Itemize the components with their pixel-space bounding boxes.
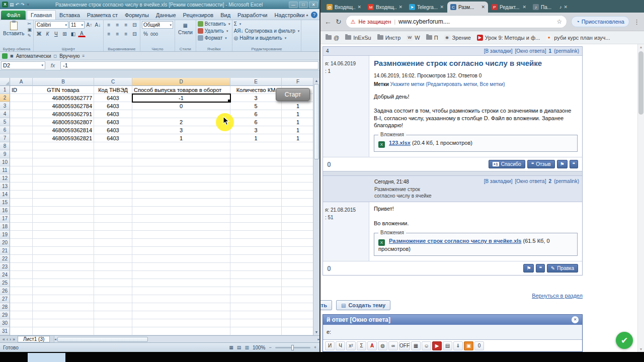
cell-F31[interactable] (282, 327, 314, 335)
cell-E19[interactable] (230, 231, 282, 239)
cell-A15[interactable] (10, 199, 33, 207)
auto-checkbox-icon[interactable]: ◼ (10, 54, 14, 58)
cell-A21[interactable] (10, 247, 33, 255)
scroll-right-icon[interactable]: ▸ (317, 337, 319, 341)
cell-B19[interactable] (33, 231, 94, 239)
cell-E20[interactable] (230, 239, 282, 247)
cell-C29[interactable] (94, 311, 132, 319)
page-scrollbar[interactable]: ▲ ▼ (637, 44, 644, 352)
cell-A26[interactable] (10, 287, 33, 295)
cell-D8[interactable] (132, 142, 230, 150)
column-header-B[interactable]: B (33, 78, 94, 86)
cell-C10[interactable] (94, 158, 132, 166)
image-icon[interactable]: ▤ (443, 341, 452, 350)
cell-E22[interactable] (230, 255, 282, 263)
cell-B11[interactable] (33, 166, 94, 174)
cell-C6[interactable]: 6403 (94, 126, 132, 134)
reply-window-link[interactable]: [Окно ответа] (515, 178, 546, 184)
feedback-button[interactable]: ❝Отзыв (527, 160, 555, 168)
cell-B1[interactable]: GTIN товара (33, 86, 94, 94)
row-header-23[interactable]: 23 (0, 263, 10, 271)
table-icon[interactable]: ▦ (411, 341, 421, 350)
row-header-22[interactable]: 22 (0, 255, 10, 263)
bold-button[interactable]: Ж (35, 30, 43, 38)
font-name-select[interactable]: Calibri▾ (35, 21, 68, 29)
cell-A5[interactable] (10, 118, 33, 126)
row-header-2[interactable]: 2 (0, 94, 10, 102)
cell-C1[interactable]: Код ТНВЭД (94, 86, 132, 94)
cell-B29[interactable] (33, 311, 94, 319)
cell-D20[interactable] (132, 239, 230, 247)
thanks-button[interactable]: +1Спасибо (489, 160, 525, 168)
paste-button[interactable]: Вставить (2, 21, 26, 37)
browser-tab-2[interactable]: MВходящ...✕ (365, 2, 406, 13)
scrollbar-thumb[interactable] (314, 84, 319, 159)
zero-menu-icon[interactable]: 0 (474, 341, 484, 350)
ribbon-tab-Данные[interactable]: Данные (152, 11, 180, 20)
row-header-10[interactable]: 10 (0, 158, 10, 166)
cell-B27[interactable] (33, 295, 94, 303)
ribbon-tab-Надстройки[interactable]: Надстройки (271, 11, 304, 20)
youtube-icon[interactable]: ▶ (432, 341, 442, 350)
row-header-12[interactable]: 12 (0, 174, 10, 183)
column-header-E[interactable]: E (230, 78, 282, 86)
media-icon[interactable]: ▣ (464, 341, 473, 350)
browser-tab-3[interactable]: ➤Telegra...✕ (406, 2, 447, 13)
ribbon-tab-Формулы[interactable]: Формулы (121, 11, 152, 20)
cell-B25[interactable] (33, 279, 94, 287)
cell-D3[interactable]: 0 (132, 102, 230, 110)
multiquote-button[interactable]: ❝ (570, 160, 578, 168)
cell-E14[interactable] (230, 191, 282, 199)
cell-F18[interactable] (282, 223, 314, 231)
cell-A14[interactable] (10, 191, 33, 199)
cell-B31[interactable] (33, 327, 94, 335)
tab-close-icon[interactable]: ✕ (440, 5, 444, 10)
cell-C23[interactable] (94, 263, 132, 271)
ribbon-tab-Вставка[interactable]: Вставка (56, 11, 84, 20)
row-header-3[interactable]: 3 (0, 102, 10, 110)
paused-chip[interactable]: ◔ Приостановлена (571, 16, 629, 27)
row-header-4[interactable]: 4 (0, 110, 10, 118)
zoom-knob[interactable] (291, 345, 294, 350)
cell-B7[interactable]: 4680059362821 (33, 134, 94, 142)
cell-E25[interactable] (230, 279, 282, 287)
align-top-icon[interactable]: ≡ (105, 21, 113, 29)
cell-C4[interactable]: 6403 (94, 110, 132, 118)
cell-D18[interactable] (132, 223, 230, 231)
cell-C8[interactable] (94, 142, 132, 150)
cell-C3[interactable]: 6403 (94, 102, 132, 110)
cell-F26[interactable] (282, 287, 314, 295)
cell-A2[interactable] (10, 94, 33, 102)
cell-F13[interactable] (282, 183, 314, 191)
ribbon-tab-Рецензиров[interactable]: Рецензиров (180, 11, 217, 20)
cell-C31[interactable] (94, 327, 132, 335)
auto-calc-label[interactable]: Автоматически (16, 53, 51, 59)
vertical-scrollbar[interactable]: ▲ ▼ (313, 78, 319, 335)
cell-F14[interactable] (282, 191, 314, 199)
cell-C15[interactable] (94, 199, 132, 207)
smiley-icon[interactable]: ☺ (422, 341, 431, 350)
cell-B23[interactable] (33, 263, 94, 271)
row-header-20[interactable]: 20 (0, 239, 10, 247)
bookmark-6[interactable]: ◉Зрение (444, 35, 471, 41)
cell-D23[interactable] (132, 263, 230, 271)
permalink-link[interactable]: (permalink) (554, 178, 579, 184)
row-header-26[interactable]: 26 (0, 287, 10, 295)
align-middle-icon[interactable]: ≡ (114, 21, 121, 29)
column-header-C[interactable]: C (94, 78, 132, 86)
cell-E13[interactable] (230, 183, 282, 191)
cell-E21[interactable] (230, 247, 282, 255)
align-right-icon[interactable]: ≡ (122, 30, 130, 38)
cell-D1[interactable]: Способ выпуска товаров в оборот (132, 86, 230, 94)
reply-window-link[interactable]: [Окно ответа] (515, 48, 546, 54)
cell-E9[interactable] (230, 150, 282, 158)
align-bottom-icon[interactable]: ≡ (122, 21, 130, 29)
cell-A1[interactable]: ID (10, 86, 33, 94)
bookmark-star-icon[interactable]: ☆ (556, 18, 562, 25)
zoom-out-icon[interactable]: − (269, 345, 271, 350)
cell-C14[interactable] (94, 191, 132, 199)
cell-D28[interactable] (132, 303, 230, 311)
cell-F15[interactable] (282, 199, 314, 207)
help-icon[interactable]: ? (311, 12, 317, 18)
cell-D4[interactable] (132, 110, 230, 118)
